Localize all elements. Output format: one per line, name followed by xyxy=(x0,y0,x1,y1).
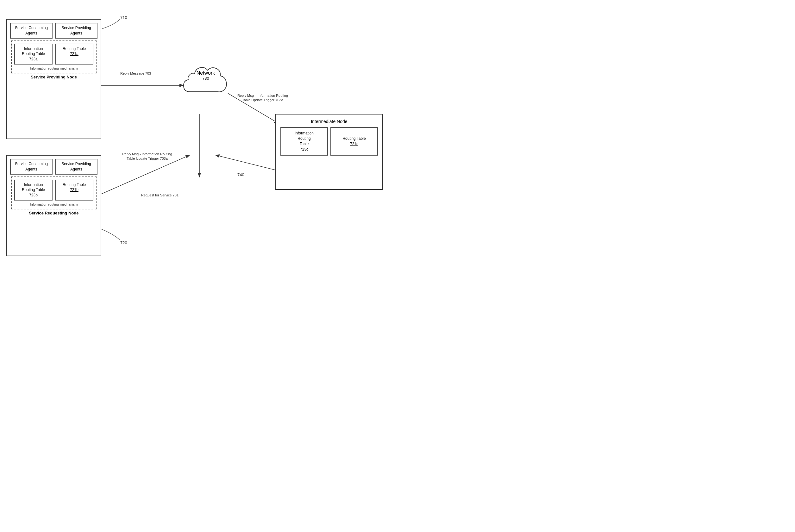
diagram-container: Service Consuming Agents Service Providi… xyxy=(0,0,398,266)
service-requesting-node-label: Service Requesting Node xyxy=(10,211,97,215)
info-routing-table-top: InformationRouting Table723a xyxy=(14,44,53,64)
routing-table-intermediate: Routing Table721c xyxy=(330,127,378,156)
service-requesting-node: Service Consuming Agents Service Providi… xyxy=(6,155,101,256)
network-label: Network xyxy=(177,70,234,76)
intermediate-node-label: Intermediate Node xyxy=(280,119,378,124)
service-consuming-agents-top: Service Consuming Agents xyxy=(10,23,53,39)
routing-table-top: Routing Table721a xyxy=(55,44,93,64)
service-providing-node-label: Service Providing Node xyxy=(10,75,97,79)
intermediate-node: Intermediate Node InformationRoutingTabl… xyxy=(275,114,383,190)
service-consuming-agents-bottom: Service Consuming Agents xyxy=(10,159,53,175)
info-routing-table-bottom: InformationRouting Table723b xyxy=(14,180,53,201)
info-routing-mechanism-top: InformationRouting Table723a Routing Tab… xyxy=(11,40,96,73)
ref-720: 720 xyxy=(120,240,127,245)
svg-line-6 xyxy=(215,155,278,171)
reply-msg-trigger-right-label: Reply Msg – Information Routing Table Up… xyxy=(234,93,291,102)
info-routing-label-top: Information routing mechanism xyxy=(14,66,93,70)
svg-line-4 xyxy=(96,155,190,196)
service-providing-agents-top: Service Providing Agents xyxy=(55,23,97,39)
reply-msg-trigger-left-label: Reply Msg - Information Routing Table Up… xyxy=(120,152,174,161)
ref-710: 710 xyxy=(120,15,127,20)
ref-740: 740 xyxy=(237,172,244,177)
service-providing-node: Service Consuming Agents Service Providi… xyxy=(6,19,101,139)
request-service-label: Request for Service 701 xyxy=(136,193,184,197)
service-providing-agents-bottom: Service Providing Agents xyxy=(55,159,97,175)
info-routing-mechanism-bottom: InformationRouting Table723b Routing Tab… xyxy=(11,176,96,209)
info-routing-label-bottom: Information routing mechanism xyxy=(14,203,93,206)
network-ref: 730 xyxy=(177,76,234,81)
routing-table-bottom: Routing Table721b xyxy=(55,180,93,201)
info-routing-table-intermediate: InformationRoutingTable723c xyxy=(280,127,328,156)
network-cloud: Network 730 xyxy=(177,57,234,101)
reply-message-label: Reply Message 703 xyxy=(120,71,151,76)
